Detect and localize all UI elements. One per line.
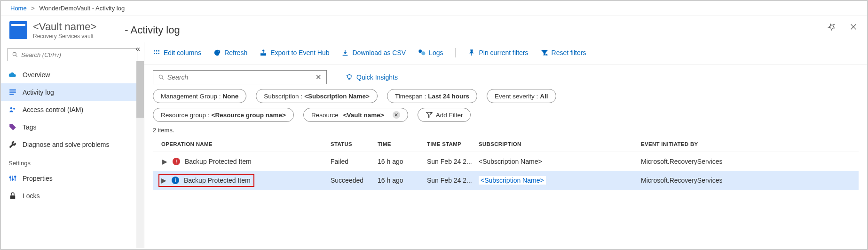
sidebar-search[interactable] [8,48,137,61]
clear-icon[interactable]: ✕ [316,73,322,81]
add-filter-label: Add Filter [436,112,463,119]
close-icon[interactable] [849,23,858,32]
cell-status: Failed [331,158,378,165]
sidebar-item-locks[interactable]: Locks [1,187,144,204]
filter-resource[interactable]: Resource <Vault name> ✕ [303,108,408,122]
activity-search-input[interactable] [167,73,316,81]
expand-icon[interactable]: ▶ [161,158,168,165]
col-status[interactable]: STATUS [331,141,378,147]
col-operation[interactable]: OPERATION NAME [161,141,331,147]
filter-severity[interactable]: Event severity : All [487,89,556,103]
export-icon [260,49,267,56]
pill-value: None [223,93,239,100]
logs-icon [418,49,426,56]
logs-button[interactable]: Logs [418,49,443,56]
remove-filter-icon[interactable]: ✕ [393,111,400,119]
pill-label: Resource [311,112,339,119]
svg-rect-14 [156,53,158,54]
sidebar-item-access-control[interactable]: Access control (IAM) [1,101,144,118]
cell-timestamp: Sun Feb 24 2... [427,177,479,184]
table-row[interactable]: ▶ i Backup Protected Item Succeeded 16 h… [153,171,859,190]
download-csv-button[interactable]: Download as CSV [341,49,406,56]
page-header: <Vault name> Recovery Services vault - A… [1,16,867,42]
cell-time: 16 h ago [378,158,427,165]
export-button[interactable]: Export to Event Hub [260,49,329,56]
error-icon: ! [173,158,180,165]
pin-filters-button[interactable]: Pin current filters [468,49,528,56]
edit-columns-button[interactable]: Edit columns [153,49,201,56]
cmd-label: Pin current filters [479,49,528,56]
breadcrumb: Home > WonderDemoVault - Activity log [1,1,867,16]
refresh-icon [213,49,221,56]
filter-management-group[interactable]: Management Group : None [153,89,246,103]
table-header: OPERATION NAME STATUS TIME TIME STAMP SU… [153,137,859,152]
breadcrumb-current: WonderDemoVault - Activity log [39,5,125,12]
svg-rect-13 [154,53,155,54]
svg-rect-12 [158,50,159,52]
col-subscription[interactable]: SUBSCRIPTION [479,141,641,147]
filter-subscription[interactable]: Subscription : <Subscription Name> [256,89,378,103]
activity-search[interactable]: ✕ [153,70,327,84]
quick-insights-button[interactable]: Quick Insights [346,73,398,81]
breadcrumb-home[interactable]: Home [10,5,27,12]
sidebar-item-tags[interactable]: Tags [1,118,144,136]
page-title-suffix: - Activity log [125,24,180,36]
activity-table: OPERATION NAME STATUS TIME TIME STAMP SU… [153,137,859,190]
svg-point-16 [418,49,422,53]
pill-value: Last 24 hours [428,93,469,100]
svg-point-18 [159,75,162,78]
svg-rect-11 [156,50,158,52]
pill-value: All [540,93,548,100]
cmd-label: Reset filters [552,49,586,56]
col-initiator[interactable]: EVENT INITIATED BY [641,141,850,147]
search-icon [158,74,165,81]
sidebar-item-activity-log[interactable]: Activity log [1,83,144,101]
svg-rect-10 [154,50,155,52]
vault-icon [9,21,27,39]
filter-timespan[interactable]: Timespan : Last 24 hours [387,89,477,103]
pill-label: Subscription : [264,93,302,100]
reset-filters-button[interactable]: Reset filters [541,49,586,56]
pin-icon [468,49,475,56]
info-icon: i [172,177,179,184]
pill-label: Event severity : [495,93,538,100]
tag-icon [8,123,17,131]
cmd-label: Refresh [224,49,247,56]
svg-rect-15 [158,53,159,54]
svg-point-5 [13,107,15,109]
filter-resource-group[interactable]: Resource group : <Resource group name> [153,108,294,122]
col-timestamp[interactable]: TIME STAMP [427,141,479,147]
bulb-icon [346,73,353,81]
col-time[interactable]: TIME [378,141,427,147]
collapse-icon[interactable]: « [136,44,140,54]
svg-point-8 [15,176,16,177]
cmd-label: Download as CSV [352,49,406,56]
pin-icon[interactable] [828,23,836,32]
cell-status: Succeeded [331,177,378,184]
refresh-button[interactable]: Refresh [213,49,247,56]
svg-rect-9 [10,195,16,199]
svg-point-19 [347,75,351,79]
svg-point-17 [421,51,425,55]
pill-value: <Vault name> [343,112,384,119]
filter-add-icon [426,111,433,119]
sidebar-item-properties[interactable]: Properties [1,169,144,187]
sidebar-search-input[interactable] [21,51,133,58]
filter-area: ✕ Quick Insights Management Group : None… [144,65,867,194]
cell-initiator: Microsoft.RecoveryServices [641,177,850,184]
sidebar-scrollbar[interactable] [136,61,144,248]
sliders-icon [8,174,17,183]
svg-point-0 [13,52,16,56]
expand-icon[interactable]: ▶ [160,177,167,184]
cmd-label: Export to Event Hub [270,49,329,56]
sidebar-section-settings: Settings [1,153,144,169]
sidebar-item-label: Overview [23,71,50,79]
add-filter-button[interactable]: Add Filter [418,108,471,122]
page-title: <Vault name> [33,21,96,33]
cmd-label: Edit columns [164,49,201,56]
svg-rect-1 [9,89,16,90]
cell-subscription[interactable]: <Subscription Name> [479,177,641,184]
sidebar-item-diagnose[interactable]: Diagnose and solve problems [1,136,144,153]
table-row[interactable]: ▶ ! Backup Protected Item Failed 16 h ag… [153,152,859,171]
sidebar-item-overview[interactable]: Overview [1,66,144,83]
